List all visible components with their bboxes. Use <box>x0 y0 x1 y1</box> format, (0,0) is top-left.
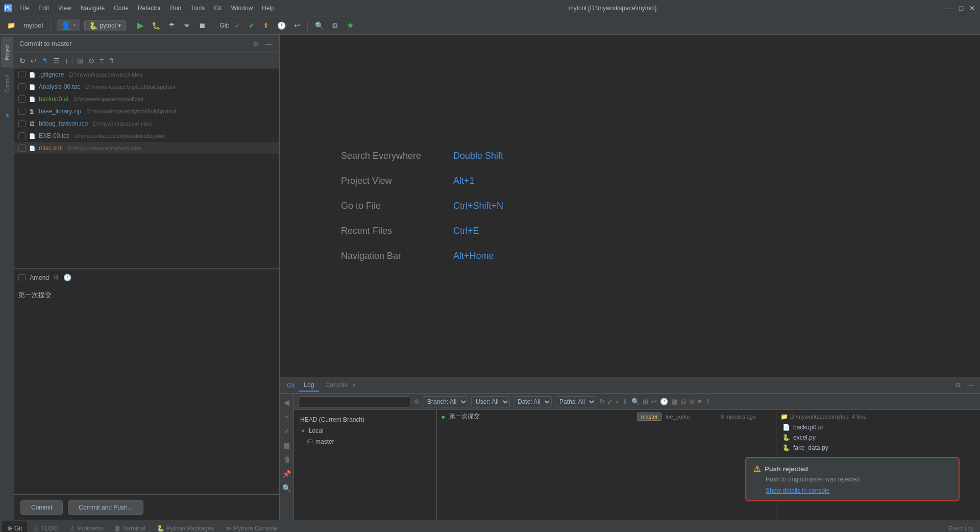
commit-button[interactable]: Commit <box>20 500 63 515</box>
filter-pause-icon[interactable]: ⏸ <box>622 398 628 405</box>
file-item-bitbug[interactable]: 🖼 bitbug_favicon.ico D:\myworkspace\myto… <box>14 117 279 130</box>
file-item-gitignore[interactable]: 📄 .gitignore D:\myworkspace\mytool\.idea <box>14 68 279 81</box>
maximize-button[interactable]: □ <box>958 5 965 12</box>
search-everywhere-button[interactable]: 🔍 <box>312 20 327 31</box>
file-item-analysis[interactable]: 📄 Analysis-00.toc D:\myworkspace\mytool\… <box>14 81 279 93</box>
file-checkbox-gitignore[interactable] <box>18 71 26 78</box>
event-log-link[interactable]: Event Log <box>944 525 978 531</box>
gl-layout-btn[interactable]: ▦ <box>281 440 292 451</box>
commit-message-area[interactable]: 第一次提交 <box>14 286 279 494</box>
git-history-button[interactable]: 🕐 <box>274 20 289 31</box>
sidebar-tab-git[interactable]: ⊕ <box>1 100 13 131</box>
pytool-selector[interactable]: 🐍 pytool ▾ <box>84 20 126 31</box>
menu-view[interactable]: View <box>54 3 76 14</box>
bt-minimize-btn[interactable]: — <box>965 380 976 390</box>
menu-run[interactable]: Run <box>166 3 185 14</box>
gl-back-btn[interactable]: ◀ <box>281 397 292 408</box>
branch-filter[interactable]: Branch: All <box>423 396 468 407</box>
file-checkbox-analysis[interactable] <box>18 83 26 90</box>
file-checkbox-exe[interactable] <box>18 132 26 139</box>
git-fetch-button[interactable]: ✓ <box>231 20 243 31</box>
git-push-button[interactable]: ✔ <box>246 20 258 31</box>
gl-search-btn[interactable]: 🔍 <box>281 482 292 494</box>
filter-undo-icon[interactable]: ↩ <box>651 398 657 405</box>
git-rollback-button[interactable]: ↩ <box>291 20 303 31</box>
filter-branch2-icon[interactable]: ⊕ <box>689 398 695 405</box>
ct-download-btn[interactable]: ↓ <box>64 56 69 66</box>
ct-stage-btn[interactable]: ↰ <box>41 56 49 66</box>
file-checkbox-misc[interactable] <box>18 144 26 152</box>
commit-minimize-button[interactable]: — <box>264 39 274 49</box>
filter-history-icon[interactable]: 🕐 <box>660 398 668 405</box>
menu-tools[interactable]: Tools <box>186 3 209 14</box>
filter-find-icon[interactable]: 🔍 <box>631 398 640 405</box>
filter-gear-icon[interactable]: ⚙ <box>413 398 420 405</box>
coverage-button[interactable]: ☂ <box>165 20 178 31</box>
gl-pin-btn[interactable]: 📌 <box>281 468 292 479</box>
vbt-tab-python-console[interactable]: ≫ Python Console <box>220 521 282 533</box>
push-rejected-link[interactable]: Show details in console <box>766 487 951 494</box>
vbt-tab-git[interactable]: ⊕ Git <box>2 521 27 533</box>
amend-checkbox[interactable] <box>18 274 26 281</box>
tree-item-local[interactable]: ▼ Local <box>294 425 436 437</box>
menu-help[interactable]: Help <box>258 3 279 14</box>
ct-refresh-btn[interactable]: ↻ <box>18 56 27 66</box>
gl-check-btn[interactable]: ✓ <box>281 425 292 437</box>
notifications-button[interactable]: ★ <box>344 19 357 32</box>
filter-columns-icon[interactable]: ▦ <box>671 398 677 405</box>
git-pull-button[interactable]: ⬆ <box>260 20 272 31</box>
vbt-tab-todo[interactable]: ☰ TODO <box>28 521 63 533</box>
filter-refresh-icon[interactable]: ↻ <box>599 398 605 405</box>
ct-layout-btn[interactable]: ⊞ <box>76 56 84 66</box>
minimize-button[interactable]: — <box>946 5 953 12</box>
filter-branch-icon[interactable]: ⑇ <box>608 398 612 405</box>
file-checkbox-backup[interactable] <box>18 95 26 103</box>
ct-undo-btn[interactable]: ↩ <box>30 56 38 66</box>
filter-sort-icon[interactable]: ≡ <box>698 398 702 405</box>
filter-more-icon[interactable]: » <box>615 398 619 405</box>
menu-navigate[interactable]: Navigate <box>77 3 109 14</box>
filter-layout2-icon[interactable]: ⊞ <box>643 398 648 405</box>
gl-delete-btn[interactable]: 🗑 <box>281 454 292 465</box>
menu-git[interactable]: Git <box>210 3 226 14</box>
file-item-backup[interactable]: 📄 backup0.ui D:\myworkspace\mytool\dist <box>14 93 279 105</box>
tab-console[interactable]: Console ✕ <box>320 379 360 392</box>
vbt-tab-problems[interactable]: ⚠ Problems <box>65 521 109 533</box>
menu-window[interactable]: Window <box>227 3 257 14</box>
tab-console-close[interactable]: ✕ <box>352 382 356 388</box>
menu-refactor[interactable]: Refactor <box>134 3 165 14</box>
file-checkbox-base-library[interactable] <box>18 108 26 115</box>
file-checkbox-bitbug[interactable] <box>18 120 26 127</box>
menu-file[interactable]: File <box>15 3 33 14</box>
ct-eye-btn[interactable]: ⊙ <box>87 56 95 66</box>
file-item-misc[interactable]: 📄 misc.xml D:\myworkspace\mytool\.idea <box>14 142 279 154</box>
close-button[interactable]: ✕ <box>969 5 976 12</box>
gl-add-btn[interactable]: ＋ <box>281 411 292 422</box>
vbt-tab-python-packages[interactable]: 🐍 Python Packages <box>152 521 219 533</box>
menu-edit[interactable]: Edit <box>34 3 53 14</box>
sidebar-tab-project[interactable]: Project <box>1 37 13 67</box>
right-file-fakedata[interactable]: 🐍 fake_data.py <box>780 443 976 453</box>
commit-log-row-0[interactable]: ● 第一次提交 master lee_yorke 8 minutes ago <box>437 410 776 423</box>
amend-clock-button[interactable]: 🕐 <box>63 274 71 281</box>
commit-push-button[interactable]: Commit and Push... <box>68 500 143 515</box>
filter-expand-icon[interactable]: ⇑ <box>705 398 710 405</box>
debug-button[interactable]: 🐛 <box>149 20 163 31</box>
amend-gear-button[interactable]: ⚙ <box>53 274 59 281</box>
stop-button[interactable]: ⏹ <box>195 20 209 31</box>
file-item-exe[interactable]: 📄 EXE-00.toc D:\myworkspace\mytool\build… <box>14 130 279 142</box>
ct-diff-btn[interactable]: ☰ <box>52 56 61 66</box>
log-search-input[interactable] <box>298 396 410 407</box>
filter-filtericon-icon[interactable]: ⊟ <box>680 398 686 405</box>
date-filter[interactable]: Date: All <box>513 396 552 407</box>
ct-filter-btn[interactable]: ≡ <box>99 56 105 66</box>
commit-gear-button[interactable]: ⚙ <box>251 39 261 49</box>
profile-run-button[interactable]: ⏷ <box>180 20 193 31</box>
run-button[interactable]: ▶ <box>134 19 146 32</box>
tree-item-head[interactable]: HEAD (Current Branch) <box>294 414 436 425</box>
right-file-excel[interactable]: 🐍 excel.py <box>780 432 976 443</box>
settings-button[interactable]: ⚙ <box>329 20 341 31</box>
ct-sort-btn[interactable]: ⇑ <box>108 56 116 66</box>
user-filter[interactable]: User: All <box>471 396 510 407</box>
menu-code[interactable]: Code <box>110 3 133 14</box>
